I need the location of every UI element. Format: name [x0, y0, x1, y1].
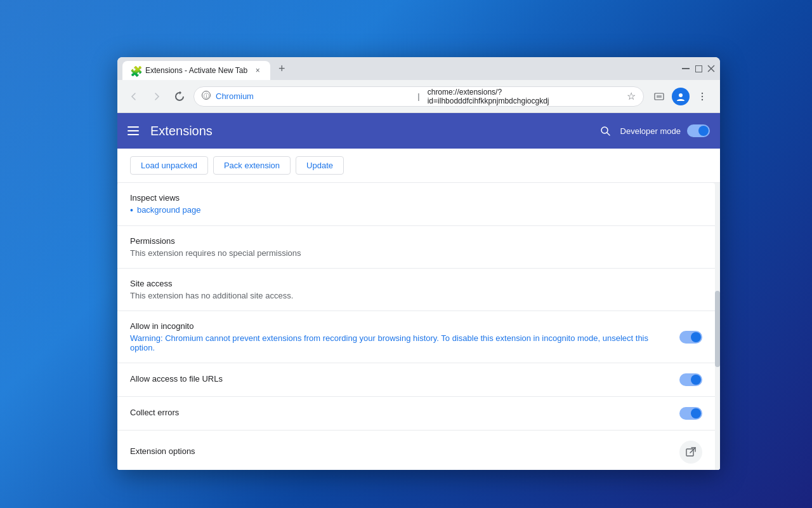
developer-buttons-bar: Load unpacked Pack extension Update: [117, 149, 720, 183]
svg-line-15: [690, 448, 695, 453]
file-urls-toggle-knob: [691, 375, 701, 385]
forward-button[interactable]: [148, 88, 166, 105]
developer-mode-toggle[interactable]: [687, 124, 710, 137]
bullet-icon: •: [130, 205, 133, 215]
site-access-title: Site access: [130, 279, 702, 288]
allow-file-urls-row: Allow access to file URLs: [130, 373, 702, 386]
extension-options-title: Extension options: [130, 446, 195, 456]
svg-rect-14: [686, 449, 693, 456]
svg-point-9: [702, 92, 703, 93]
refresh-button[interactable]: [171, 88, 188, 105]
svg-text:ⓘ: ⓘ: [204, 93, 209, 99]
profile-avatar[interactable]: [672, 88, 690, 105]
tab-favicon: 🧩: [130, 65, 140, 76]
inspect-views-title: Inspect views: [130, 193, 702, 203]
url-text: chrome://extensions/?id=ilhbodddfcihfkkp…: [428, 88, 622, 105]
toolbar-right: [649, 86, 712, 107]
scrollbar-track[interactable]: [715, 183, 720, 470]
content-scroll-area[interactable]: Inspect views • background page Permissi…: [117, 183, 715, 470]
allow-file-urls-toggle[interactable]: [679, 373, 702, 386]
browser-window: 🧩 Extensions - Activate New Tab × +: [117, 57, 720, 470]
update-button[interactable]: Update: [296, 156, 344, 175]
svg-rect-0: [682, 68, 690, 69]
load-unpacked-button[interactable]: Load unpacked: [130, 156, 208, 175]
svg-rect-1: [695, 65, 702, 72]
svg-point-11: [702, 98, 703, 100]
permissions-title: Permissions: [130, 236, 702, 246]
collect-errors-row: Collect errors: [130, 407, 702, 420]
allow-incognito-content: Allow in incognito Warning: Chromium can…: [130, 321, 679, 352]
collect-errors-toggle-knob: [691, 408, 701, 418]
collect-errors-title: Collect errors: [130, 408, 179, 417]
permissions-section: Permissions This extension requires no s…: [117, 226, 715, 269]
title-bar: 🧩 Extensions - Activate New Tab × +: [117, 57, 720, 80]
svg-point-8: [679, 93, 683, 97]
external-link-icon: [685, 446, 697, 458]
site-access-text: This extension has no additional site ac…: [130, 291, 702, 300]
developer-mode-area: Developer mode: [596, 122, 710, 140]
background-page-link[interactable]: background page: [137, 205, 200, 215]
allow-incognito-section: Allow in incognito Warning: Chromium can…: [117, 311, 715, 363]
address-bar: ⓘ Chromium | chrome://extensions/?id=ilh…: [117, 80, 720, 113]
scrollbar-thumb[interactable]: [715, 291, 720, 367]
minimize-button[interactable]: [682, 65, 690, 72]
tab-label: Extensions - Activate New Tab: [145, 66, 247, 75]
developer-mode-label: Developer mode: [620, 126, 681, 136]
incognito-warning-text: Warning: Chromium cannot prevent extensi…: [130, 333, 669, 352]
collect-errors-section: Collect errors: [117, 397, 715, 431]
chrome-menu-button[interactable]: [692, 86, 712, 107]
extension-options-row: Extension options: [130, 441, 702, 464]
active-tab[interactable]: 🧩 Extensions - Activate New Tab ×: [122, 61, 270, 80]
inspect-views-link-item: • background page: [130, 205, 702, 215]
pack-extension-button[interactable]: Pack extension: [213, 156, 291, 175]
window-controls: [682, 65, 715, 72]
incognito-toggle-knob: [691, 332, 701, 342]
toggle-knob: [698, 126, 709, 136]
tabs-area: 🧩 Extensions - Activate New Tab × +: [122, 57, 682, 80]
close-button[interactable]: [707, 65, 715, 72]
permissions-text: This extension requires no special permi…: [130, 248, 702, 258]
tab-close-button[interactable]: ×: [252, 65, 263, 76]
back-button[interactable]: [125, 88, 143, 105]
screenshot-button[interactable]: [649, 86, 669, 107]
extension-options-button[interactable]: [679, 441, 702, 464]
new-tab-button[interactable]: +: [273, 60, 291, 77]
allow-file-urls-section: Allow access to file URLs: [117, 363, 715, 397]
hamburger-menu-button[interactable]: [128, 123, 143, 138]
allow-incognito-toggle[interactable]: [679, 331, 702, 344]
extensions-content: Inspect views • background page Permissi…: [117, 183, 720, 470]
extension-detail-card: Inspect views • background page Permissi…: [117, 183, 715, 470]
collect-errors-toggle[interactable]: [679, 407, 702, 420]
svg-rect-7: [657, 95, 662, 98]
address-input[interactable]: ⓘ Chromium | chrome://extensions/?id=ilh…: [193, 86, 644, 107]
allow-file-urls-title: Allow access to file URLs: [130, 374, 223, 384]
extension-options-section: Extension options: [117, 431, 715, 470]
inspect-views-section: Inspect views • background page: [117, 183, 715, 226]
site-name: Chromium: [216, 91, 410, 101]
bookmark-icon[interactable]: ☆: [627, 90, 636, 102]
maximize-button[interactable]: [695, 65, 702, 72]
site-access-section: Site access This extension has no additi…: [117, 269, 715, 311]
extensions-title: Extensions: [150, 124, 596, 138]
extensions-header: Extensions Developer mode: [117, 113, 720, 149]
site-security-icon: ⓘ: [202, 91, 211, 102]
search-extensions-button[interactable]: [596, 122, 614, 140]
svg-point-10: [702, 95, 703, 97]
allow-incognito-title: Allow in incognito: [130, 321, 669, 331]
svg-line-13: [607, 133, 610, 135]
allow-incognito-row: Allow in incognito Warning: Chromium can…: [130, 321, 702, 352]
